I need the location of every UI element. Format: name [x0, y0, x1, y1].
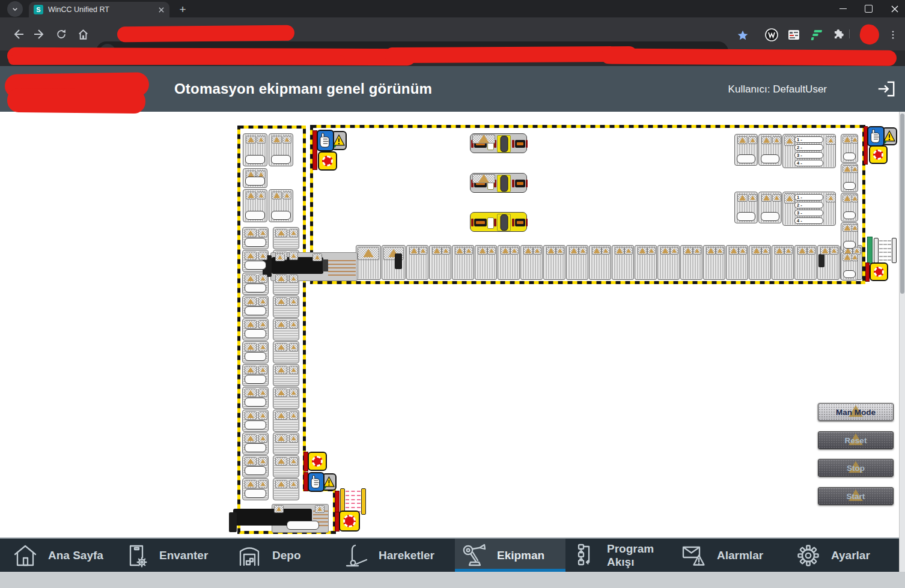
nav-item-ekipman[interactable]: Ekipman [455, 539, 565, 572]
transfer-table[interactable] [470, 133, 527, 153]
tab-close-icon[interactable] [158, 7, 165, 13]
close-button[interactable] [891, 5, 899, 13]
conveyor-segment[interactable] [520, 245, 543, 280]
home-button[interactable] [75, 26, 91, 43]
manual-mode-fault-indicator[interactable] [308, 472, 337, 492]
browser-tab[interactable]: S WinCC Unified RT [29, 2, 169, 17]
conveyor-segment[interactable] [452, 245, 474, 280]
conveyor-segment[interactable] [794, 245, 817, 280]
conveyor-segment[interactable] [406, 245, 428, 280]
rack-cell[interactable] [242, 341, 269, 363]
rack-module[interactable] [734, 192, 758, 223]
conveyor-segment[interactable] [726, 245, 748, 280]
estop-button[interactable] [308, 452, 327, 471]
start-button[interactable]: Start [818, 487, 894, 505]
rack-cell[interactable] [273, 455, 299, 477]
rack-cell[interactable] [273, 364, 299, 386]
rack-cell[interactable] [242, 455, 269, 477]
rack-cell[interactable] [273, 341, 299, 363]
rack-cell[interactable] [841, 252, 858, 280]
scrollbar-thumb[interactable] [900, 114, 904, 294]
nav-item-ayarlar[interactable]: Ayarlar [795, 539, 886, 572]
extension-flash-button[interactable] [807, 26, 824, 43]
rack-cell[interactable] [841, 134, 858, 163]
light-curtain[interactable] [874, 238, 897, 263]
rack-cell[interactable] [273, 410, 299, 432]
tab-search-button[interactable] [7, 1, 23, 17]
logout-button[interactable] [873, 79, 893, 99]
transfer-table-active[interactable] [470, 212, 527, 232]
rack-cell[interactable] [273, 318, 299, 341]
conveyor-segment[interactable] [703, 245, 725, 280]
manual-mode-indicator[interactable] [317, 130, 334, 151]
minimize-button[interactable] [839, 8, 847, 9]
rack-module[interactable] [243, 133, 267, 166]
manual-mode-indicator[interactable] [867, 126, 885, 147]
conveyor-segment[interactable] [680, 245, 702, 280]
reload-button[interactable] [53, 26, 70, 43]
rack-module[interactable] [269, 133, 293, 166]
rack-buffer-list[interactable]: 1 - 2 - 3 - 4 - [782, 134, 836, 168]
vertical-scrollbar[interactable] [899, 112, 905, 572]
conveyor-segment[interactable] [589, 245, 611, 280]
rack-module[interactable] [269, 189, 293, 222]
manual-mode-fault-indicator[interactable] [317, 130, 347, 151]
rack-cell[interactable] [273, 296, 299, 318]
forward-button[interactable] [31, 26, 48, 43]
rack-cell[interactable] [242, 432, 269, 455]
nav-item-ana-sayfa[interactable]: Ana Sayfa [12, 539, 113, 572]
man-mode-button[interactable]: Man Mode [818, 403, 894, 421]
conveyor-segment[interactable] [356, 245, 381, 280]
back-button[interactable] [10, 26, 26, 43]
new-tab-button[interactable]: + [175, 2, 190, 17]
conveyor-segment[interactable] [429, 245, 451, 280]
conveyor-segment[interactable] [657, 245, 680, 280]
rack-cell[interactable] [242, 410, 269, 432]
rack-module[interactable] [758, 134, 782, 166]
nav-item-depo[interactable]: Depo [236, 539, 315, 572]
horizontal-scrollbar-track[interactable] [0, 572, 905, 588]
conveyor-segment[interactable] [612, 245, 634, 280]
estop-button[interactable] [869, 145, 888, 164]
estop-button[interactable] [339, 511, 360, 532]
rack-module[interactable] [243, 168, 267, 188]
rack-cell[interactable] [242, 318, 269, 341]
rack-module[interactable] [758, 192, 782, 223]
rack-cell[interactable] [242, 296, 269, 318]
conveyor-segment[interactable] [475, 245, 497, 280]
rack-cell[interactable] [273, 273, 299, 295]
rack-module[interactable] [734, 134, 758, 166]
rack-cell[interactable] [242, 227, 269, 249]
rack-cell[interactable] [242, 387, 269, 409]
conveyor-segment[interactable] [566, 245, 588, 280]
rack-cell[interactable] [273, 478, 299, 500]
manual-mode-indicator[interactable] [308, 472, 325, 492]
rack-cell[interactable] [273, 432, 299, 455]
rack-cell[interactable] [242, 364, 269, 386]
browser-menu-button[interactable] [885, 26, 901, 43]
extension-wappalyzer-button[interactable] [763, 26, 780, 43]
extension-card-button[interactable] [785, 26, 802, 43]
nav-item-alarmlar[interactable]: Alarmlar [681, 539, 778, 572]
conveyor-segment[interactable] [498, 245, 520, 280]
rack-cell[interactable] [242, 250, 269, 272]
rack-cell[interactable] [273, 227, 299, 249]
rack-module[interactable] [243, 189, 267, 222]
conveyor-segment[interactable] [635, 245, 657, 280]
estop-button[interactable] [318, 151, 337, 171]
nav-item-hareketler[interactable]: Hareketler [343, 539, 452, 572]
rack-buffer-list[interactable]: 1 - 2 - 3 - 4 - [782, 192, 836, 226]
transfer-table[interactable] [470, 173, 527, 193]
estop-button[interactable] [870, 262, 888, 281]
rack-cell[interactable] [841, 193, 858, 222]
conveyor-segment[interactable] [772, 245, 794, 280]
conveyor-segment[interactable] [749, 245, 771, 280]
nav-item-envanter[interactable]: Envanter [123, 539, 222, 572]
extensions-button[interactable] [829, 26, 846, 43]
rack-cell[interactable] [841, 163, 858, 192]
conveyor-segment[interactable] [382, 245, 406, 280]
manual-mode-fault-indicator[interactable] [867, 126, 897, 147]
conveyor-segment[interactable] [543, 245, 565, 280]
rack-cell[interactable] [273, 387, 299, 409]
rack-cell[interactable] [242, 478, 269, 500]
